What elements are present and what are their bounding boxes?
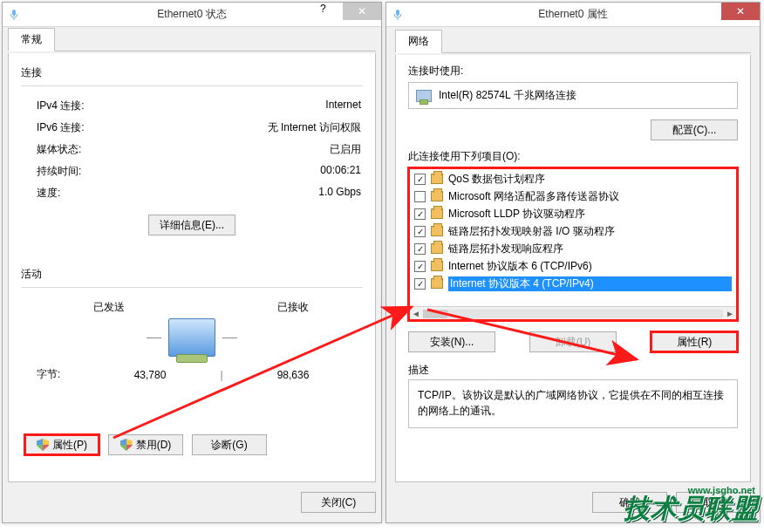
microphone-icon <box>392 9 404 21</box>
status-value: Internet <box>325 99 361 113</box>
items-label: 此连接使用下列项目(O): <box>408 149 738 164</box>
window-title: Ethernet0 属性 <box>386 7 760 22</box>
checkbox[interactable] <box>414 191 426 202</box>
status-key: IPv6 连接: <box>37 120 85 135</box>
status-value: 1.0 Gbps <box>318 186 361 201</box>
item-label: Internet 协议版本 6 (TCP/IPv6) <box>448 259 732 274</box>
list-item[interactable]: Internet 协议版本 6 (TCP/IPv6) <box>409 257 737 275</box>
protocol-icon <box>431 278 443 289</box>
svg-rect-2 <box>396 10 399 16</box>
uninstall-button: 卸载(U) <box>529 331 617 352</box>
tab-general[interactable]: 常规 <box>8 28 55 51</box>
details-button[interactable]: 详细信息(E)... <box>148 215 235 235</box>
checkbox[interactable] <box>414 278 426 290</box>
titlebar[interactable]: Ethernet0 属性 ✕ <box>386 3 760 27</box>
checkbox[interactable] <box>414 243 426 255</box>
protocol-icon <box>431 243 443 254</box>
group-activity: 活动 <box>21 267 363 282</box>
svg-rect-0 <box>12 10 16 16</box>
scroll-right-icon[interactable]: ► <box>723 308 737 320</box>
connect-using-label: 连接时使用: <box>408 65 463 77</box>
adapter-icon <box>416 90 432 102</box>
item-label: 链路层拓扑发现响应程序 <box>448 242 732 256</box>
microphone-icon <box>8 9 20 21</box>
adapter-box: Intel(R) 82574L 千兆网络连接 <box>408 82 738 109</box>
bytes-label: 字节: <box>37 367 89 382</box>
status-value: 00:06:21 <box>320 164 361 179</box>
install-button[interactable]: 安装(N)... <box>408 331 495 352</box>
close-button[interactable]: ✕ <box>721 3 760 20</box>
protocol-icon <box>431 208 443 219</box>
scroll-left-icon[interactable]: ◄ <box>409 308 423 320</box>
status-value: 已启用 <box>330 142 361 157</box>
sent-label: 已发送 <box>47 300 170 315</box>
item-label: Microsoft LLDP 协议驱动程序 <box>448 207 732 222</box>
status-window: Ethernet0 状态 ? ✕ 常规 连接 IPv4 连接:InternetI… <box>2 2 382 523</box>
recv-label: 已接收 <box>231 300 354 315</box>
group-connection: 连接 <box>21 65 363 80</box>
properties-window: Ethernet0 属性 ✕ 网络 连接时使用: Intel(R) 82574L… <box>385 2 761 523</box>
tab-body: 连接时使用: Intel(R) 82574L 千兆网络连接 配置(C)... 此… <box>395 55 751 482</box>
close-window-button[interactable]: 关闭(C) <box>301 492 376 513</box>
tab-strip: 常规 <box>8 29 376 51</box>
list-item[interactable]: 链路层拓扑发现映射器 I/O 驱动程序 <box>409 222 737 240</box>
status-key: IPv4 连接: <box>37 99 85 113</box>
watermark-url: www.jsgho.net <box>688 485 755 495</box>
list-item[interactable]: Internet 协议版本 4 (TCP/IPv4) <box>409 275 737 292</box>
checkbox[interactable] <box>414 226 426 237</box>
description-text: TCP/IP。该协议是默认的广域网络协议，它提供在不同的相互连接的网络上的通讯。 <box>408 379 738 428</box>
protocol-icon <box>431 261 443 271</box>
item-properties-button[interactable]: 属性(R) <box>651 331 738 352</box>
watermark: 技术员联盟 <box>624 491 759 527</box>
shield-icon <box>120 439 133 451</box>
protocol-icon <box>431 226 443 236</box>
configure-button[interactable]: 配置(C)... <box>651 119 738 140</box>
network-icon <box>168 318 215 357</box>
item-label: Internet 协议版本 4 (TCP/IPv4) <box>448 276 732 291</box>
list-item[interactable]: Microsoft LLDP 协议驱动程序 <box>409 205 737 222</box>
titlebar[interactable]: Ethernet0 状态 ? ✕ <box>3 3 381 27</box>
list-item[interactable]: 链路层拓扑发现响应程序 <box>409 240 737 257</box>
status-key: 媒体状态: <box>37 142 81 157</box>
tab-body: 连接 IPv4 连接:InternetIPv6 连接:无 Internet 访问… <box>8 53 376 482</box>
item-label: QoS 数据包计划程序 <box>448 172 732 187</box>
description-label: 描述 <box>408 364 429 376</box>
checkbox[interactable] <box>414 174 426 185</box>
item-label: Microsoft 网络适配器多路传送器协议 <box>448 189 732 204</box>
protocol-icon <box>431 191 443 201</box>
item-label: 链路层拓扑发现映射器 I/O 驱动程序 <box>448 224 732 239</box>
scroll-thumb[interactable] <box>423 310 447 318</box>
adapter-name: Intel(R) 82574L 千兆网络连接 <box>439 88 576 103</box>
tab-strip: 网络 <box>395 31 751 53</box>
list-item[interactable]: QoS 数据包计划程序 <box>409 170 737 188</box>
list-item[interactable]: Microsoft 网络适配器多路传送器协议 <box>409 188 737 205</box>
checkbox[interactable] <box>414 261 426 272</box>
horizontal-scrollbar[interactable]: ◄ ► <box>409 306 737 320</box>
diagnose-button[interactable]: 诊断(G) <box>192 434 267 455</box>
disable-button[interactable]: 禁用(D) <box>108 434 183 455</box>
tab-network[interactable]: 网络 <box>395 30 442 53</box>
items-listbox[interactable]: QoS 数据包计划程序Microsoft 网络适配器多路传送器协议Microso… <box>408 167 738 321</box>
protocol-icon <box>431 174 443 184</box>
shield-icon <box>37 439 49 451</box>
properties-button[interactable]: 属性(P) <box>24 434 99 455</box>
sent-bytes: 43,780 <box>89 369 211 381</box>
status-key: 速度: <box>37 186 60 201</box>
close-button[interactable]: ✕ <box>343 3 381 20</box>
checkbox[interactable] <box>414 208 426 220</box>
help-button[interactable]: ? <box>320 3 343 20</box>
recv-bytes: 98,636 <box>232 369 354 381</box>
status-value: 无 Internet 访问权限 <box>268 120 361 135</box>
status-key: 持续时间: <box>37 164 81 179</box>
